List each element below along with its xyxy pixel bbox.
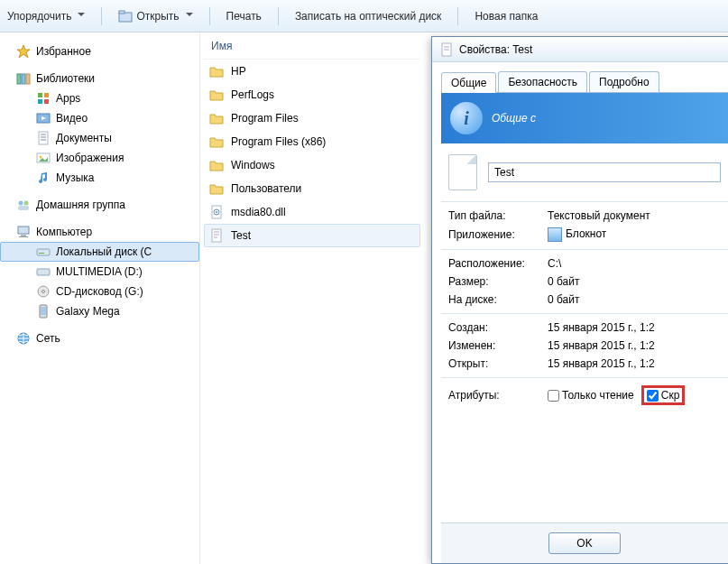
size-label: Размер: xyxy=(448,275,548,288)
separator xyxy=(457,7,458,25)
new-folder-button[interactable]: Новая папка xyxy=(475,10,538,23)
disk-value: 0 байт xyxy=(548,293,721,306)
svg-rect-26 xyxy=(39,253,44,254)
video-icon xyxy=(36,111,51,125)
svg-rect-23 xyxy=(21,235,26,236)
svg-rect-1 xyxy=(119,11,124,14)
organize-menu[interactable]: Упорядочить xyxy=(7,10,85,23)
dll-icon xyxy=(209,205,224,219)
drive-d[interactable]: MULTIMEDIA (D:) xyxy=(0,262,199,282)
svg-rect-6 xyxy=(38,93,42,97)
location-value: C:\ xyxy=(548,257,721,270)
svg-rect-24 xyxy=(19,236,28,237)
info-icon: i xyxy=(450,102,483,134)
dialog-titlebar[interactable]: Свойства: Test xyxy=(432,37,728,62)
libraries-node[interactable]: Библиотеки xyxy=(0,69,199,88)
tab-general[interactable]: Общие xyxy=(441,72,496,93)
text-icon xyxy=(209,228,224,243)
libraries-icon xyxy=(16,71,31,86)
svg-rect-25 xyxy=(37,249,50,255)
svg-rect-27 xyxy=(37,269,50,275)
type-label: Тип файла: xyxy=(448,209,548,222)
disk-label: На диске: xyxy=(448,293,548,306)
svg-marker-2 xyxy=(17,45,30,58)
tab-security[interactable]: Безопасность xyxy=(498,71,587,92)
created-value: 15 января 2015 г., 1:2 xyxy=(548,321,721,334)
folder-icon xyxy=(209,158,224,172)
file-row[interactable]: HP xyxy=(204,60,420,83)
file-row[interactable]: Program Files xyxy=(204,106,420,130)
file-row[interactable]: Пользователи xyxy=(204,177,420,200)
readonly-checkbox[interactable]: Только чтение xyxy=(548,389,634,402)
svg-point-19 xyxy=(19,201,23,206)
network-node[interactable]: Сеть xyxy=(0,328,199,348)
homegroup-label: Домашняя группа xyxy=(36,199,125,211)
filename-input[interactable] xyxy=(488,162,721,182)
file-row[interactable]: Windows xyxy=(204,153,420,177)
lib-docs[interactable]: Документы xyxy=(0,128,199,148)
hidden-highlight: Скр xyxy=(641,385,686,405)
lib-music[interactable]: Музыка xyxy=(0,168,199,188)
text-icon xyxy=(439,42,454,57)
lib-video[interactable]: Видео xyxy=(0,108,199,128)
lib-apps[interactable]: Apps xyxy=(0,88,199,108)
svg-rect-5 xyxy=(26,74,30,84)
drive-c[interactable]: Локальный диск (C xyxy=(0,242,199,262)
file-row[interactable]: Program Files (x86) xyxy=(204,130,420,153)
homegroup-node[interactable]: Домашняя группа xyxy=(0,195,199,215)
star-icon xyxy=(16,44,31,59)
dialog-banner: i Общие с xyxy=(441,93,728,143)
dialog-buttons: OK xyxy=(441,522,728,563)
images-icon xyxy=(36,151,51,165)
favorites-node[interactable]: Избранное xyxy=(0,42,199,61)
svg-rect-36 xyxy=(212,229,221,242)
dialog-tabs: Общие Безопасность Подробно xyxy=(441,71,728,93)
drive-g[interactable]: CD-дисковод (G:) xyxy=(0,282,199,301)
ok-button[interactable]: OK xyxy=(548,532,621,554)
print-button[interactable]: Печать xyxy=(226,10,262,23)
created-label: Создан: xyxy=(448,321,548,334)
file-row[interactable]: msdia80.dll xyxy=(204,200,420,224)
svg-rect-7 xyxy=(44,93,49,97)
svg-point-17 xyxy=(40,156,42,159)
open-button[interactable]: Открыть xyxy=(118,9,192,23)
svg-rect-12 xyxy=(39,132,48,144)
svg-rect-3 xyxy=(17,74,21,84)
computer-node[interactable]: Компьютер xyxy=(0,222,199,242)
drive-icon xyxy=(36,264,51,279)
separator xyxy=(101,7,102,25)
opened-value: 15 января 2015 г., 1:2 xyxy=(548,357,721,370)
svg-rect-9 xyxy=(44,99,49,104)
modified-value: 15 января 2015 г., 1:2 xyxy=(548,339,721,352)
lib-images[interactable]: Изображения xyxy=(0,148,199,168)
svg-rect-21 xyxy=(18,206,29,210)
type-value: Текстовый документ xyxy=(548,209,721,222)
drive-icon xyxy=(36,245,51,259)
svg-point-29 xyxy=(42,291,45,293)
svg-rect-8 xyxy=(38,99,42,104)
column-header-name[interactable]: Имя xyxy=(204,32,420,60)
network-icon xyxy=(16,331,31,346)
size-value: 0 байт xyxy=(548,275,721,288)
opened-label: Открыт: xyxy=(448,357,548,370)
svg-point-20 xyxy=(24,201,29,206)
file-row-test[interactable]: Test xyxy=(204,224,420,247)
explorer-toolbar: Упорядочить Открыть Печать Записать на о… xyxy=(0,0,728,32)
folder-icon xyxy=(209,64,224,79)
location-label: Расположение: xyxy=(448,257,548,270)
svg-rect-4 xyxy=(22,74,25,84)
hidden-checkbox[interactable]: Скр xyxy=(647,389,680,402)
tab-details[interactable]: Подробно xyxy=(589,71,659,92)
drive-galaxy[interactable]: Galaxy Mega xyxy=(0,301,199,321)
app-value: Блокнот xyxy=(548,227,721,242)
libraries-label: Библиотеки xyxy=(36,72,95,85)
documents-icon xyxy=(36,131,51,145)
dialog-title: Свойства: Test xyxy=(459,43,532,56)
open-icon xyxy=(118,9,133,23)
burn-button[interactable]: Записать на оптический диск xyxy=(295,10,442,23)
notepad-icon xyxy=(548,227,562,242)
folder-icon xyxy=(209,181,224,196)
music-icon xyxy=(36,171,51,185)
computer-label: Компьютер xyxy=(36,226,92,238)
file-row[interactable]: PerfLogs xyxy=(204,83,420,106)
